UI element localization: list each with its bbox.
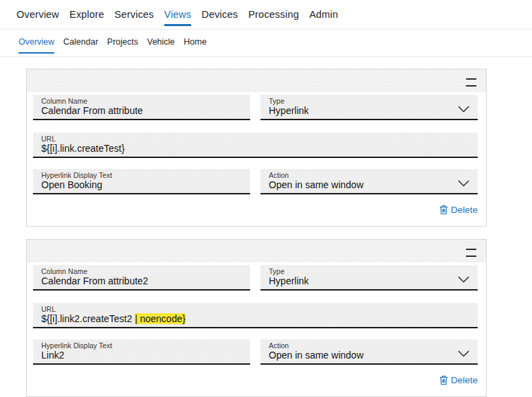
nav-item-views[interactable]: Views xyxy=(164,9,191,29)
delete-button[interactable]: Delete xyxy=(439,205,478,215)
type-select[interactable]: Type Hyperlink xyxy=(261,95,478,120)
field-label: Action xyxy=(269,171,469,179)
hyperlink-display-text-input[interactable]: Hyperlink Display Text Link2 xyxy=(33,339,250,365)
delete-label: Delete xyxy=(451,375,478,385)
delete-label: Delete xyxy=(451,205,478,215)
hyperlink-display-text-input[interactable]: Hyperlink Display Text Open Booking xyxy=(33,169,250,194)
url-input[interactable]: URL ${[i].link2.createTest2 | noencode} xyxy=(33,303,478,328)
subnav-item-overview[interactable]: Overview xyxy=(19,37,54,56)
field-label: Hyperlink Display Text xyxy=(41,171,242,179)
card-body: Column Name Calendar From attribute Type… xyxy=(27,92,486,226)
chevron-down-icon xyxy=(458,106,469,113)
nav-item-services[interactable]: Services xyxy=(115,9,154,29)
field-value: Link2 xyxy=(41,350,242,361)
column-name-input[interactable]: Column Name Calendar From attribute2 xyxy=(33,265,250,291)
views-sub-navigation: Overview Calendar Projects Vehicle Home xyxy=(0,30,532,57)
field-label: Action xyxy=(269,341,469,350)
card-drag-header xyxy=(27,69,486,92)
subnav-item-calendar[interactable]: Calendar xyxy=(63,37,98,56)
field-value: ${[i].link.createTest} xyxy=(41,143,469,154)
field-value: Hyperlink xyxy=(269,275,469,286)
subnav-item-vehicle[interactable]: Vehicle xyxy=(147,37,175,56)
column-config-list: Column Name Calendar From attribute Type… xyxy=(26,69,487,397)
card-drag-header xyxy=(27,240,486,262)
nav-item-admin[interactable]: Admin xyxy=(309,9,338,29)
field-value: ${[i].link2.createTest2 | noencode} xyxy=(41,313,469,324)
drag-handle-icon[interactable] xyxy=(466,249,476,257)
field-value: Open in same window xyxy=(269,179,469,190)
field-label: URL xyxy=(41,305,469,313)
nav-item-processing[interactable]: Processing xyxy=(248,9,299,29)
action-select[interactable]: Action Open in same window xyxy=(261,339,478,365)
nav-item-overview[interactable]: Overview xyxy=(16,9,59,29)
drag-handle-icon[interactable] xyxy=(466,78,476,87)
chevron-down-icon xyxy=(458,180,469,187)
field-value: Open Booking xyxy=(41,179,242,190)
nav-item-explore[interactable]: Explore xyxy=(69,9,104,29)
field-value: Calendar From attribute xyxy=(41,105,242,116)
nav-item-devices[interactable]: Devices xyxy=(201,9,238,29)
card-body: Column Name Calendar From attribute2 Typ… xyxy=(27,262,486,396)
column-config-card-2: Column Name Calendar From attribute2 Typ… xyxy=(26,239,487,397)
field-value: Open in same window xyxy=(269,350,469,361)
field-value: Calendar From attribute2 xyxy=(41,275,242,286)
action-select[interactable]: Action Open in same window xyxy=(261,169,478,194)
url-input[interactable]: URL ${[i].link.createTest} xyxy=(33,133,478,158)
field-value: Hyperlink xyxy=(269,105,469,116)
trash-icon xyxy=(439,205,448,215)
field-label: Type xyxy=(269,267,469,275)
trash-icon xyxy=(439,375,448,385)
delete-button[interactable]: Delete xyxy=(439,375,478,385)
column-name-input[interactable]: Column Name Calendar From attribute xyxy=(33,95,250,120)
url-highlighted-text: | noencode} xyxy=(135,313,186,324)
chevron-down-icon xyxy=(458,350,469,357)
field-label: Type xyxy=(269,97,469,105)
field-label: URL xyxy=(41,135,469,143)
field-label: Hyperlink Display Text xyxy=(41,341,242,350)
chevron-down-icon xyxy=(458,276,469,283)
url-text: ${[i].link2.createTest2 xyxy=(41,313,135,324)
field-label: Column Name xyxy=(41,267,242,275)
subnav-item-home[interactable]: Home xyxy=(184,37,206,56)
url-text: ${[i].link.createTest} xyxy=(41,143,124,154)
main-navigation: Overview Explore Services Views Devices … xyxy=(0,0,532,30)
field-label: Column Name xyxy=(41,97,242,105)
column-config-card-1: Column Name Calendar From attribute Type… xyxy=(26,69,487,227)
type-select[interactable]: Type Hyperlink xyxy=(261,265,478,291)
subnav-item-projects[interactable]: Projects xyxy=(107,37,138,56)
